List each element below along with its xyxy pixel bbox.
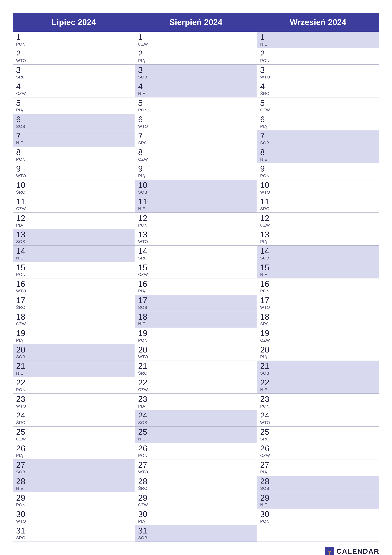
day-number-1-14: 15	[138, 263, 151, 271]
day-info-2-9: 10WTO	[260, 181, 273, 195]
day-name-0-30: ŚRO	[16, 535, 29, 540]
day-number-0-5: 6	[16, 115, 29, 124]
day-row-2-1: 2PON	[257, 48, 379, 65]
day-info-1-10: 11NIE	[138, 197, 151, 211]
day-number-0-30: 31	[16, 526, 29, 535]
day-name-2-26: PIĄ	[260, 470, 273, 475]
day-name-0-10: CZW	[16, 206, 29, 211]
day-name-0-27: NIE	[16, 486, 29, 491]
day-name-1-30: SOB	[138, 535, 151, 540]
day-name-2-10: ŚRO	[260, 206, 273, 211]
day-info-1-3: 4NIE	[138, 82, 151, 96]
day-number-1-7: 8	[138, 148, 151, 156]
day-number-2-3: 4	[260, 82, 273, 90]
day-info-0-20: 21NIE	[16, 362, 29, 376]
day-info-1-29: 30PIĄ	[138, 510, 151, 524]
day-row-2-4: 5CZW	[257, 97, 379, 114]
day-name-1-0: CZW	[138, 42, 151, 47]
day-row-0-27: 28NIE	[13, 476, 135, 492]
day-number-0-29: 30	[16, 510, 29, 518]
day-name-1-3: NIE	[138, 91, 151, 96]
day-info-1-16: 17SOB	[138, 296, 151, 310]
footer: 7 CALENDAR	[13, 542, 379, 555]
day-number-0-23: 24	[16, 411, 29, 420]
logo-text: CALENDAR	[336, 548, 379, 555]
day-name-2-13: SOB	[260, 256, 273, 261]
day-row-0-12: 13SOB	[13, 229, 135, 246]
day-name-1-27: ŚRO	[138, 486, 151, 491]
day-info-0-0: 1PON	[16, 33, 29, 47]
day-row-1-25: 26PON	[135, 443, 257, 460]
day-info-2-28: 29NIE	[260, 494, 273, 507]
day-name-0-20: NIE	[16, 371, 29, 376]
day-number-2-9: 10	[260, 181, 273, 189]
day-info-1-7: 8CZW	[138, 148, 151, 162]
day-info-2-4: 5CZW	[260, 99, 273, 112]
day-name-2-18: CZW	[260, 338, 273, 343]
day-number-0-8: 9	[16, 165, 29, 173]
day-name-2-5: PIĄ	[260, 124, 273, 129]
day-name-1-2: SOB	[138, 75, 151, 80]
day-name-1-20: ŚRO	[138, 371, 151, 376]
day-row-1-5: 6WTO	[135, 114, 257, 130]
day-name-0-5: SOB	[16, 124, 29, 129]
day-number-2-29: 30	[260, 510, 273, 518]
day-row-1-10: 11NIE	[135, 196, 257, 213]
day-number-2-7: 8	[260, 148, 273, 156]
day-name-1-6: ŚRO	[138, 140, 151, 145]
day-row-1-4: 5PON	[135, 97, 257, 114]
day-row-0-20: 21NIE	[13, 361, 135, 377]
day-row-1-24: 25NIE	[135, 427, 257, 443]
month-header-1: Sierpień 2024	[135, 13, 257, 32]
day-name-0-12: SOB	[16, 239, 29, 244]
page: Lipiec 20241PON2WTO3ŚRO4CZW5PIĄ6SOB7NIE8…	[0, 0, 392, 555]
day-info-2-16: 17WTO	[260, 296, 273, 310]
day-row-0-18: 19PIĄ	[13, 328, 135, 344]
day-name-2-17: ŚRO	[260, 321, 273, 326]
day-number-0-6: 7	[16, 132, 29, 140]
day-info-1-5: 6WTO	[138, 115, 151, 129]
day-row-0-21: 22PON	[13, 377, 135, 394]
day-number-2-22: 23	[260, 395, 273, 403]
day-name-0-28: PON	[16, 503, 29, 507]
day-name-0-19: SOB	[16, 354, 29, 359]
day-name-2-15: PON	[260, 289, 273, 293]
day-name-1-4: PON	[138, 108, 151, 112]
day-name-1-10: NIE	[138, 206, 151, 211]
day-row-0-17: 18CZW	[13, 311, 135, 328]
day-row-1-2: 3SOB	[135, 65, 257, 81]
day-info-2-18: 19CZW	[260, 329, 273, 343]
day-number-0-1: 2	[16, 49, 29, 58]
day-name-2-25: CZW	[260, 453, 273, 458]
day-number-2-0: 1	[260, 33, 273, 41]
day-info-2-15: 16PON	[260, 280, 273, 293]
day-row-0-26: 27SOB	[13, 460, 135, 476]
day-info-1-24: 25NIE	[138, 428, 151, 442]
day-info-1-18: 19PON	[138, 329, 151, 343]
day-info-0-19: 20SOB	[16, 345, 29, 359]
day-info-2-5: 6PIĄ	[260, 115, 273, 129]
day-info-0-14: 15PON	[16, 263, 29, 277]
day-info-1-23: 24SOB	[138, 411, 151, 425]
day-info-1-9: 10SOB	[138, 181, 151, 195]
day-info-0-30: 31ŚRO	[16, 526, 29, 540]
day-number-0-13: 14	[16, 247, 29, 255]
day-name-1-1: PIĄ	[138, 58, 151, 63]
day-row-0-19: 20SOB	[13, 344, 135, 361]
day-info-2-1: 2PON	[260, 49, 273, 63]
day-name-1-13: ŚRO	[138, 256, 151, 261]
day-number-1-25: 26	[138, 444, 151, 453]
day-row-1-29: 30PIĄ	[135, 509, 257, 525]
day-number-2-20: 21	[260, 362, 273, 370]
day-name-2-0: NIE	[260, 42, 273, 47]
day-info-2-8: 9PON	[260, 165, 273, 178]
day-name-1-23: SOB	[138, 420, 151, 425]
day-name-1-7: CZW	[138, 157, 151, 162]
day-row-1-6: 7ŚRO	[135, 130, 257, 147]
day-row-1-26: 27WTO	[135, 460, 257, 476]
day-info-0-13: 14NIE	[16, 247, 29, 261]
day-row-2-15: 16PON	[257, 278, 379, 295]
day-info-2-17: 18ŚRO	[260, 313, 273, 326]
day-row-2-8: 9PON	[257, 163, 379, 180]
day-number-1-8: 9	[138, 165, 151, 173]
